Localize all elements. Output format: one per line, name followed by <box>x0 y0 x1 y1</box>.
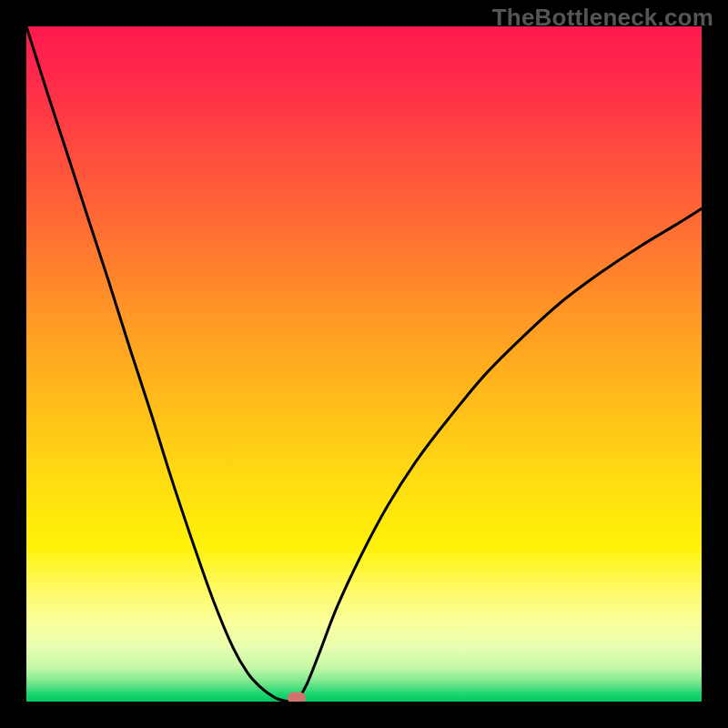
chart-frame: TheBottleneck.com <box>0 0 728 728</box>
optimum-marker <box>288 693 306 702</box>
bottleneck-curve <box>26 26 702 702</box>
curve-right-curve <box>297 208 702 702</box>
curve-left-curve <box>26 26 297 702</box>
plot-area <box>26 26 702 702</box>
